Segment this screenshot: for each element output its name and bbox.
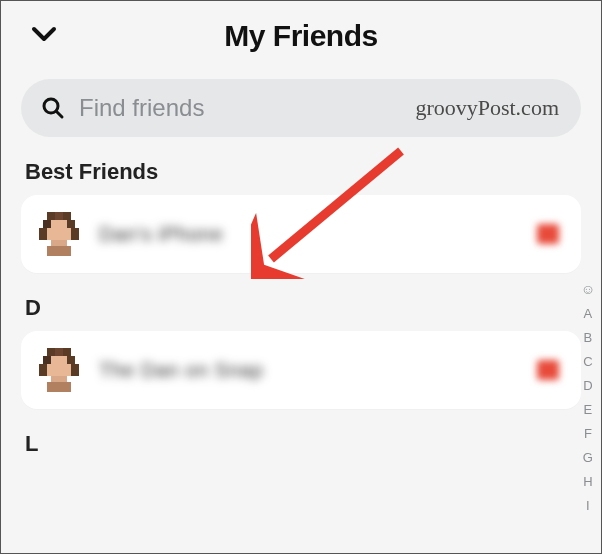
search-input[interactable] — [79, 94, 561, 122]
heart-icon — [537, 360, 559, 380]
section-best-friends: Best Friends Dan's iPhone — [1, 159, 601, 273]
section-l: L — [1, 431, 601, 457]
section-d: D The Dan on Snap — [1, 295, 601, 409]
page-title: My Friends — [21, 19, 581, 53]
svg-line-1 — [57, 112, 63, 118]
section-header-best-friends: Best Friends — [25, 159, 581, 185]
header: My Friends — [1, 1, 601, 65]
index-letter[interactable]: D — [583, 378, 592, 393]
index-letter[interactable]: G — [583, 450, 593, 465]
friend-name: The Dan on Snap — [99, 359, 537, 382]
index-letter[interactable]: A — [584, 306, 593, 321]
friend-row[interactable]: The Dan on Snap — [21, 331, 581, 409]
index-letter[interactable]: B — [584, 330, 593, 345]
heart-icon — [537, 224, 559, 244]
search-bar[interactable]: groovyPost.com — [21, 79, 581, 137]
section-header-l: L — [25, 431, 581, 457]
avatar — [39, 348, 79, 392]
chevron-down-icon — [29, 19, 59, 49]
friend-row[interactable]: Dan's iPhone — [21, 195, 581, 273]
avatar — [39, 212, 79, 256]
section-header-d: D — [25, 295, 581, 321]
index-letter[interactable]: H — [583, 474, 592, 489]
index-letter[interactable]: C — [583, 354, 592, 369]
back-button[interactable] — [29, 19, 59, 53]
index-letter[interactable]: I — [586, 498, 590, 513]
search-icon — [41, 96, 65, 120]
smiley-icon[interactable]: ☺ — [581, 281, 595, 297]
friend-name: Dan's iPhone — [99, 223, 537, 246]
index-letter[interactable]: E — [584, 402, 593, 417]
alpha-index-rail[interactable]: ☺ A B C D E F G H I — [581, 281, 595, 513]
index-letter[interactable]: F — [584, 426, 592, 441]
